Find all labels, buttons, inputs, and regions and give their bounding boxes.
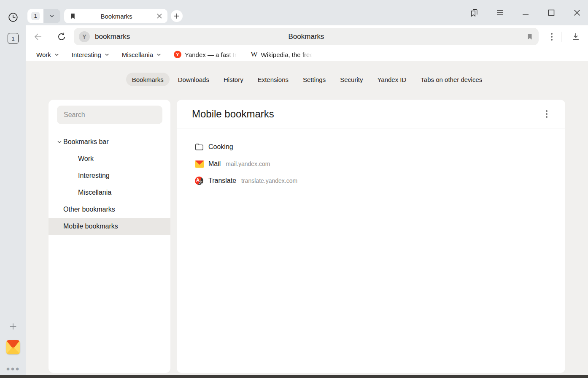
bookmarks-bar-folder-interesting[interactable]: Interesting [72, 51, 109, 58]
tree-item-miscellania[interactable]: Miscellania [49, 184, 170, 201]
list-item-cooking[interactable]: Cooking [177, 139, 565, 155]
folder-icon [195, 143, 208, 151]
nav-tab-settings[interactable]: Settings [297, 73, 332, 86]
minimize-button[interactable] [521, 8, 531, 18]
page-title: Bookmarks [74, 33, 539, 41]
tab-group-badge-segment[interactable]: 1 [27, 9, 43, 23]
tab-group-dropdown[interactable] [43, 9, 60, 23]
nav-tab-yandex-id[interactable]: Yandex ID [371, 73, 412, 86]
clock-icon [8, 12, 19, 23]
toolbar: Y bookmarks Bookmarks [26, 25, 588, 48]
ellipsis-icon: ●●● [6, 365, 20, 372]
screen-edge-strip [0, 375, 588, 378]
minimize-icon [522, 9, 529, 16]
wikipedia-favicon-icon: W [251, 50, 257, 59]
download-icon [571, 32, 580, 41]
nav-tab-downloads[interactable]: Downloads [172, 73, 215, 86]
tree-item-interesting[interactable]: Interesting [49, 167, 170, 184]
maximize-icon [548, 9, 555, 16]
chevron-down-icon [54, 52, 59, 57]
bookmark-list: Cooking Mail mail.yandex.com A 文 Transla… [177, 139, 565, 189]
chevron-down-icon [49, 13, 55, 19]
maximize-button[interactable] [546, 8, 556, 18]
bookmarks-bar: Work Interesting Miscellania Y Yandex — … [26, 48, 588, 61]
bookmarks-panel-icon [469, 8, 479, 17]
url-text: bookmarks [95, 33, 130, 41]
tab-close-icon[interactable] [156, 13, 162, 19]
nav-tab-other-devices[interactable]: Tabs on other devices [415, 73, 488, 86]
bookmarks-main-panel: Mobile bookmarks Cooking Mail mail.yande… [177, 100, 565, 373]
menu-button[interactable] [495, 8, 505, 18]
address-bar[interactable]: Y bookmarks Bookmarks [74, 28, 539, 45]
tab-count-badge: 1 [8, 33, 19, 44]
tree-item-bookmarks-bar[interactable]: Bookmarks bar [49, 133, 170, 150]
nav-tab-security[interactable]: Security [334, 73, 369, 86]
window-controls [469, 0, 585, 25]
yandex-translate-icon: A 文 [195, 177, 208, 185]
add-panel-button[interactable] [0, 321, 26, 332]
main-header: Mobile bookmarks [177, 100, 565, 128]
bookmarks-bar-folder-work[interactable]: Work [36, 51, 59, 58]
rail-divider [5, 360, 21, 360]
yandex-mail-app-button[interactable] [0, 340, 26, 354]
extensions-kebab-button[interactable] [545, 31, 555, 42]
bookmarks-sidebar: Bookmarks bar Work Interesting Miscellan… [49, 100, 170, 373]
hamburger-icon [496, 10, 504, 16]
settings-nav: Bookmarks Downloads History Extensions S… [26, 73, 588, 86]
rail-more-button[interactable]: ●●● [0, 364, 26, 373]
list-item-translate[interactable]: A 文 Translate translate.yandex.com [177, 172, 565, 189]
tree-item-mobile-bookmarks[interactable]: Mobile bookmarks [49, 218, 170, 235]
downloads-button[interactable] [570, 31, 581, 42]
chevron-down-icon [156, 52, 161, 57]
yandex-favicon-icon: Y [174, 51, 181, 58]
list-item-mail[interactable]: Mail mail.yandex.com [177, 155, 565, 172]
history-clock-button[interactable] [0, 11, 26, 24]
reload-button[interactable] [56, 31, 67, 42]
tab-group-control[interactable]: 1 [27, 9, 60, 23]
new-tab-button[interactable] [171, 10, 183, 22]
yandex-mail-app-icon [6, 340, 20, 354]
close-button[interactable] [572, 8, 582, 18]
side-panel-button[interactable] [469, 8, 479, 18]
nav-tab-extensions[interactable]: Extensions [252, 73, 294, 86]
site-favicon-icon: Y [79, 31, 90, 42]
yandex-mail-icon [195, 160, 208, 168]
folder-title: Mobile bookmarks [192, 108, 274, 120]
bookmarks-bar-link-yandex[interactable]: Y Yandex — a fast In [174, 51, 238, 58]
back-arrow-icon [33, 32, 43, 42]
header-divider [177, 128, 565, 128]
tree-item-work[interactable]: Work [49, 150, 170, 167]
tree-item-other-bookmarks[interactable]: Other bookmarks [49, 201, 170, 218]
toolbar-divider [561, 32, 561, 42]
folder-tree: Bookmarks bar Work Interesting Miscellan… [49, 133, 170, 235]
tab-group-badge: 1 [31, 12, 40, 20]
tab-title: Bookmarks [76, 13, 156, 20]
active-tab[interactable]: Bookmarks [64, 9, 167, 23]
tab-count-button[interactable]: 1 [0, 33, 26, 44]
bookmark-icon [69, 13, 76, 20]
bookmarks-bar-link-wikipedia[interactable]: W Wikipedia, the free [251, 50, 313, 59]
back-button[interactable] [32, 31, 43, 42]
kebab-icon [548, 30, 555, 43]
tab-strip: 1 Bookmarks [26, 0, 588, 25]
folder-menu-button[interactable] [543, 108, 550, 120]
plus-icon [8, 322, 18, 331]
bookmarks-bar-folder-miscellania[interactable]: Miscellania [122, 51, 161, 58]
chevron-down-icon [57, 139, 63, 144]
bookmark-filled-icon[interactable] [526, 33, 534, 41]
nav-tab-bookmarks[interactable]: Bookmarks [126, 73, 170, 86]
chevron-down-icon [105, 52, 109, 57]
search-input[interactable] [57, 106, 162, 124]
nav-tab-history[interactable]: History [218, 73, 249, 86]
plus-icon [173, 13, 180, 19]
left-rail: 1 ●●● [0, 0, 26, 375]
reload-icon [57, 32, 67, 42]
close-icon [574, 9, 580, 16]
